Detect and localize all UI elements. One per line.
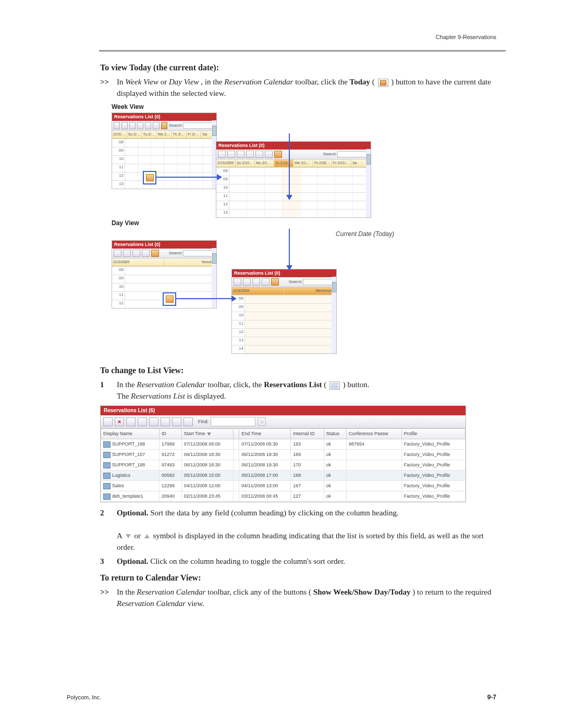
- table-row[interactable]: SUPPORT_1881798907/11/2008 05:0007/11/20…: [101, 439, 466, 450]
- calendar-cell: [317, 209, 335, 217]
- column-header[interactable]: [233, 429, 239, 439]
- calendar-cell: [138, 156, 151, 164]
- toolbar-button[interactable]: [218, 151, 226, 158]
- calendar-cell: [190, 156, 203, 164]
- today-button-icon[interactable]: [161, 122, 167, 129]
- toolbar-button[interactable]: [129, 122, 136, 129]
- column-header[interactable]: ID: [160, 429, 182, 439]
- calendar-cell: [125, 275, 216, 283]
- table-cell: Factory_Video_Profile: [401, 471, 465, 481]
- txt: Reservations List (: [114, 242, 156, 247]
- table-row[interactable]: Sales1229504/11/2008 12:0004/11/2008 13:…: [101, 481, 466, 491]
- toolbar-button[interactable]: [183, 417, 193, 426]
- search-input[interactable]: [337, 151, 369, 157]
- column-header[interactable]: Status: [324, 429, 346, 439]
- toolbar-button[interactable]: [142, 250, 150, 257]
- toolbar-button[interactable]: [121, 122, 128, 129]
- toolbar-button[interactable]: [103, 417, 113, 426]
- toolbar-button[interactable]: [145, 122, 151, 129]
- calendar-cell: [125, 267, 216, 275]
- toolbar-button[interactable]: [234, 278, 241, 286]
- content: To view Today (the current date): >> In …: [100, 61, 500, 610]
- today-button-icon[interactable]: [151, 250, 159, 257]
- calendar-cell: [190, 139, 203, 147]
- table-row[interactable]: Logistics0058205/11/2008 15:0005/11/2008…: [101, 471, 466, 481]
- table-cell: 02/11/2008 23:45: [181, 491, 233, 502]
- scrollbar[interactable]: [366, 149, 371, 217]
- calendar-cell: [265, 201, 283, 209]
- today-button-icon[interactable]: [274, 151, 282, 158]
- toolbar-button[interactable]: [252, 278, 260, 286]
- toolbar-button[interactable]: [243, 278, 251, 286]
- calendar-cell: [177, 139, 190, 147]
- hour-label: 08: [112, 267, 125, 275]
- table-row[interactable]: SUPPORT_1889749306/11/2008 18:3006/11/20…: [101, 460, 466, 471]
- hour-row: 10: [216, 184, 371, 192]
- calendar-cell: [245, 312, 336, 320]
- toolbar-button[interactable]: [255, 151, 263, 158]
- calendar-cell: [247, 193, 265, 201]
- sort-desc-icon: [126, 534, 131, 538]
- delete-button[interactable]: ×: [115, 417, 124, 426]
- toolbar-button[interactable]: [246, 151, 254, 158]
- toolbar-button[interactable]: [161, 417, 170, 426]
- txt: The: [117, 392, 131, 400]
- toolbar-button[interactable]: [114, 250, 121, 257]
- table-cell: ok: [324, 439, 346, 450]
- hour-row: 10: [112, 283, 216, 291]
- toolbar-button[interactable]: [172, 417, 181, 426]
- day-header-cell: Th 2/20/2009: [313, 159, 332, 167]
- toolbar-button[interactable]: [137, 122, 143, 129]
- toolbar-button[interactable]: [262, 278, 270, 286]
- calendar-cell: [283, 176, 300, 184]
- table-row[interactable]: SUPPORT_1579127206/11/2008 18:3006/11/20…: [101, 450, 466, 460]
- hour-label: 12: [112, 300, 125, 308]
- column-header[interactable]: Conference Passw: [346, 429, 401, 439]
- toolbar-button[interactable]: [149, 417, 158, 426]
- today-button-icon[interactable]: [271, 278, 279, 286]
- search-icon[interactable]: ⌕: [258, 417, 266, 426]
- hour-label: 11: [112, 292, 125, 300]
- toolbar-button[interactable]: [227, 151, 235, 158]
- toolbar-button[interactable]: [132, 250, 140, 257]
- search-input[interactable]: [183, 250, 215, 256]
- toolbar-button[interactable]: [126, 417, 136, 426]
- hour-label: 12: [112, 172, 125, 180]
- calendar-cell: [164, 147, 177, 155]
- table-cell: 20940: [160, 491, 182, 502]
- hour-label: 14: [232, 346, 245, 353]
- txt: , in the: [201, 78, 224, 86]
- toolbar-button[interactable]: [138, 417, 147, 426]
- txt: Reservations List (: [104, 408, 150, 413]
- listview-step-3: 3 Optional. Click on the column heading …: [100, 556, 500, 567]
- column-header[interactable]: Start Time: [181, 429, 233, 439]
- toolbar-button[interactable]: [114, 122, 120, 129]
- txt: Reservations List (: [218, 143, 261, 148]
- toolbar-button[interactable]: [123, 250, 131, 257]
- txt: A: [117, 532, 124, 540]
- panel-toolbar: Search: [216, 150, 371, 159]
- table-cell: [346, 491, 401, 502]
- search-input[interactable]: [303, 279, 335, 285]
- table-cell: 04/11/2008 12:00: [181, 481, 233, 491]
- day-header-cell: Su 2/16/2009: [127, 131, 142, 138]
- table-row[interactable]: deb_template12094002/11/2008 23:4503/11/…: [101, 491, 466, 502]
- find-input[interactable]: [211, 417, 255, 426]
- column-header[interactable]: Display Name: [101, 429, 160, 439]
- toolbar-button[interactable]: [265, 151, 273, 158]
- day-header-cell: 2/15/2009: [112, 131, 127, 138]
- res-list-term-it: Reservations List: [131, 392, 185, 400]
- calendar-cell: [125, 156, 138, 164]
- toolbar-button[interactable]: [237, 151, 244, 158]
- column-header[interactable]: Profile: [401, 429, 465, 439]
- table-cell: ok: [324, 491, 346, 502]
- column-header[interactable]: Internal ID: [291, 429, 324, 439]
- scrollbar[interactable]: [332, 277, 336, 353]
- table-cell: 987654: [346, 439, 401, 450]
- toolbar-button[interactable]: [153, 122, 159, 129]
- column-header[interactable]: End Time: [239, 429, 291, 439]
- res-cal-term: Reservation Calendar: [117, 599, 186, 608]
- search-input[interactable]: [183, 122, 215, 129]
- section-today-title: To view Today (the current date):: [100, 61, 500, 73]
- table-cell: [346, 450, 401, 460]
